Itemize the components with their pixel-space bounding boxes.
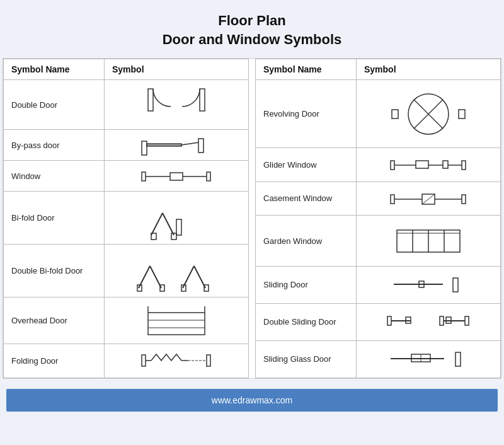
table-row: Double Door xyxy=(4,80,249,130)
row-name: Bi-fold Door xyxy=(4,192,105,245)
svg-rect-38 xyxy=(392,110,398,118)
table-row: Garden Window xyxy=(256,216,501,267)
svg-rect-61 xyxy=(387,316,391,325)
svg-rect-5 xyxy=(198,139,203,153)
page-title: Floor Plan xyxy=(218,13,286,29)
table-row: Window xyxy=(4,161,249,192)
row-name: Double Door xyxy=(4,80,105,130)
row-symbol xyxy=(357,148,501,182)
row-symbol xyxy=(105,245,249,298)
svg-rect-40 xyxy=(391,161,394,170)
svg-line-50 xyxy=(422,194,435,204)
svg-rect-64 xyxy=(440,316,444,325)
svg-rect-71 xyxy=(455,352,461,366)
right-col1-header: Symbol Name xyxy=(256,59,357,80)
row-symbol xyxy=(105,161,249,192)
svg-line-13 xyxy=(151,213,163,235)
svg-rect-47 xyxy=(391,195,394,204)
row-name: Overhead Door xyxy=(4,298,105,344)
table-row: Bi-fold Door xyxy=(4,192,249,245)
svg-rect-12 xyxy=(176,219,181,235)
row-symbol xyxy=(357,267,501,304)
svg-line-14 xyxy=(163,213,174,235)
svg-line-6 xyxy=(181,142,198,145)
row-symbol xyxy=(357,182,501,216)
left-table: Symbol Name Symbol Double Door xyxy=(3,59,249,378)
row-name: Casement Window xyxy=(256,182,357,216)
right-table: Symbol Name Symbol Revolving Door xyxy=(255,59,501,378)
row-symbol xyxy=(105,130,249,161)
svg-rect-1 xyxy=(200,89,205,111)
table-row: Overhead Door xyxy=(4,298,249,344)
svg-rect-60 xyxy=(453,278,458,292)
svg-rect-25 xyxy=(148,313,205,335)
row-symbol xyxy=(357,216,501,267)
tables-container: Symbol Name Symbol Double Door xyxy=(3,58,501,379)
row-symbol xyxy=(357,303,501,340)
row-symbol xyxy=(105,298,249,344)
table-row: Casement Window xyxy=(256,182,501,216)
left-col2-header: Symbol xyxy=(105,59,249,80)
row-name: Double Sliding Door xyxy=(256,303,357,340)
page-subtitle: Door and Window Symbols xyxy=(163,32,342,48)
svg-rect-30 xyxy=(142,355,146,366)
svg-rect-7 xyxy=(142,172,146,181)
table-row: Glider Window xyxy=(256,148,501,182)
svg-rect-11 xyxy=(207,172,210,181)
svg-rect-52 xyxy=(462,195,466,204)
svg-rect-44 xyxy=(443,161,448,168)
svg-rect-33 xyxy=(207,355,210,366)
right-col2-header: Symbol xyxy=(357,59,501,80)
left-col1-header: Symbol Name xyxy=(4,59,105,80)
svg-rect-9 xyxy=(170,173,183,180)
footer-bar: www.edrawmax.com xyxy=(6,389,498,412)
svg-rect-67 xyxy=(465,316,469,325)
row-symbol xyxy=(105,192,249,245)
row-symbol xyxy=(105,80,249,130)
table-row: Double Bi-fold Door xyxy=(4,245,249,298)
table-row: Sliding Glass Door xyxy=(256,340,501,378)
table-row: Double Sliding Door xyxy=(256,303,501,340)
svg-rect-39 xyxy=(459,110,465,118)
row-name: Sliding Door xyxy=(256,267,357,304)
row-name: Double Bi-fold Door xyxy=(4,245,105,298)
row-name: By-pass door xyxy=(4,130,105,161)
row-symbol xyxy=(357,340,501,378)
table-row: Revolving Door xyxy=(256,80,501,148)
row-symbol xyxy=(105,344,249,378)
row-name: Garden Window xyxy=(256,216,357,267)
row-name: Sliding Glass Door xyxy=(256,340,357,378)
svg-rect-0 xyxy=(148,89,153,111)
row-name: Folding Door xyxy=(4,344,105,378)
svg-rect-42 xyxy=(416,161,428,168)
table-row: Sliding Door xyxy=(256,267,501,304)
row-name: Revolving Door xyxy=(256,80,357,148)
row-name: Glider Window xyxy=(256,148,357,182)
svg-rect-2 xyxy=(142,141,147,155)
row-name: Window xyxy=(4,161,105,192)
row-symbol xyxy=(357,80,501,148)
table-row: Folding Door xyxy=(4,344,249,378)
svg-rect-46 xyxy=(462,161,466,170)
table-row: By-pass door xyxy=(4,130,249,161)
footer-text: www.edrawmax.com xyxy=(212,395,292,405)
